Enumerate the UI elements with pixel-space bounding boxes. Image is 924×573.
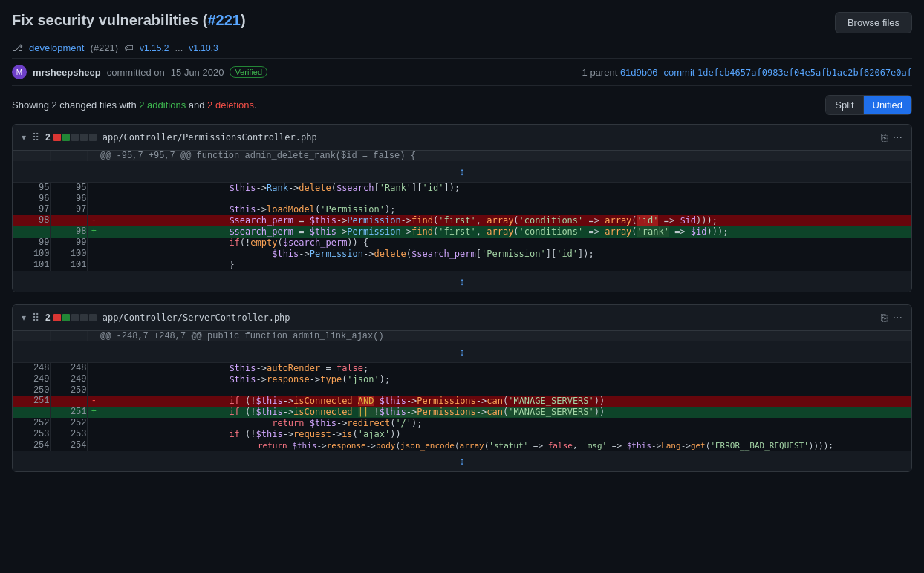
branch-pr-num: (#221) — [90, 42, 118, 53]
commit-date: 15 Jun 2020 — [171, 67, 224, 78]
split-view-button[interactable]: Split — [826, 96, 863, 114]
table-row: 95 95 $this->Rank->delete($search['Rank'… — [13, 183, 911, 194]
gray-sq-1c — [89, 134, 97, 141]
commit-header: Fix security vulnerabilities (#221) Brow… — [12, 12, 912, 33]
file-path-1: app/Controller/PermissionsController.php — [103, 132, 875, 143]
commit-author[interactable]: mrsheepsheep — [33, 67, 101, 78]
hunk-ln-old-1 — [13, 151, 50, 161]
view-toggle: Split Unified — [825, 95, 912, 115]
green-sq-1 — [62, 134, 70, 141]
hunk-code-2: @@ -248,7 +248,7 @@ public function admi… — [100, 331, 911, 341]
copy-icon-1[interactable]: ⎘ — [881, 131, 887, 143]
diff-table-2: @@ -248,7 +248,7 @@ public function admi… — [13, 331, 911, 471]
commit-hash-value: 1defcb4657af0983ef04e5afb1ac2bf62067e0af — [697, 68, 912, 78]
red-sq-2 — [53, 314, 61, 321]
hunk-row-2: @@ -248,7 +248,7 @@ public function admi… — [13, 331, 911, 341]
tag1-link[interactable]: v1.15.2 — [140, 43, 169, 53]
copy-icon-2[interactable]: ⎘ — [881, 312, 887, 324]
gray-sq-2c — [89, 314, 97, 321]
table-row: 100 100 $this->Permission->delete($searc… — [13, 249, 911, 260]
file-changes-1: 2 — [45, 132, 97, 143]
stats-text: Showing 2 changed files with 2 additions… — [12, 99, 257, 111]
table-row: 98 - $search_perm = $this->Permission->f… — [13, 215, 911, 226]
hunk-code-1: @@ -95,7 +95,7 @@ function admin_delete_… — [100, 151, 911, 161]
table-row: 248 248 $this->autoRender = false; — [13, 363, 911, 375]
tag2-link[interactable]: v1.10.3 — [189, 43, 218, 53]
pr-link[interactable]: #221 — [207, 12, 241, 28]
table-row: 97 97 $this->loadModel('Permission'); — [13, 204, 911, 215]
drag-icon-2: ⠿ — [32, 312, 39, 324]
diff-table-1: @@ -95,7 +95,7 @@ function admin_delete_… — [13, 151, 911, 292]
green-sq-2 — [62, 314, 70, 321]
expand-down-icon-2[interactable]: ↕ — [459, 456, 465, 468]
drag-icon-1: ⠿ — [32, 131, 39, 143]
table-row: 96 96 — [13, 194, 911, 204]
expand-down-icon-1[interactable]: ↕ — [459, 276, 465, 288]
branch-link[interactable]: development — [29, 42, 84, 53]
red-sq-1 — [53, 134, 61, 141]
browse-files-button[interactable]: Browse files — [835, 12, 912, 33]
expand-row-bottom-2[interactable]: ↕ — [13, 451, 911, 471]
commit-parent: 1 parent 61d9b06 — [582, 67, 658, 78]
tag-separator: ... — [175, 42, 183, 53]
gray-sq-2a — [71, 314, 79, 321]
table-row: 251 + if (!$this->isConnected || !$this-… — [13, 407, 911, 418]
hunk-row-1: @@ -95,7 +95,7 @@ function admin_delete_… — [13, 151, 911, 161]
stats-bar: Showing 2 changed files with 2 additions… — [12, 95, 912, 115]
diff-block-2: ▾ ⠿ 2 app/Controller/ServerController.ph… — [12, 304, 912, 472]
branch-icon: ⎇ — [12, 42, 23, 53]
more-icon-1[interactable]: ··· — [893, 131, 902, 144]
tag-icon: 🏷 — [124, 42, 134, 53]
expand-row-top-2[interactable]: ↕ — [13, 341, 911, 363]
commit-action: committed on — [107, 67, 165, 78]
more-icon-2[interactable]: ··· — [893, 311, 902, 324]
verified-badge: Verified — [230, 66, 267, 78]
table-row: 101 101 } — [13, 260, 911, 271]
table-row: 252 252 return $this->redirect('/'); — [13, 418, 911, 429]
commit-title: Fix security vulnerabilities (#221) — [12, 12, 246, 29]
table-row: 251 - if (!$this->isConnected AND $this-… — [13, 396, 911, 407]
expand-row-bottom-1[interactable]: ↕ — [13, 271, 911, 292]
file-changes-2: 2 — [45, 312, 97, 323]
table-row: 98 + $search_perm = $this->Permission->f… — [13, 226, 911, 238]
gray-sq-1b — [80, 134, 88, 141]
table-row: 250 250 — [13, 385, 911, 396]
expand-row-top-1[interactable]: ↕ — [13, 161, 911, 183]
collapse-btn-1[interactable]: ▾ — [22, 132, 26, 143]
commit-title-block: Fix security vulnerabilities (#221) — [12, 12, 246, 29]
table-row: 99 99 if(!empty($search_perm)) { — [13, 238, 911, 249]
diff-header-1: ▾ ⠿ 2 app/Controller/PermissionsControll… — [13, 125, 911, 151]
hunk-ln-new-1 — [50, 151, 87, 161]
gray-sq-2b — [80, 314, 88, 321]
file-path-2: app/Controller/ServerController.php — [103, 312, 875, 323]
collapse-btn-2[interactable]: ▾ — [22, 312, 26, 323]
gray-sq-1a — [71, 134, 79, 141]
avatar: M — [12, 65, 27, 79]
table-row: 253 253 if (!$this->request->is('ajax')) — [13, 429, 911, 440]
table-row: 254 254 return $this->response->body(jso… — [13, 440, 911, 451]
parent-hash-link[interactable]: 61d9b06 — [620, 67, 658, 78]
commit-meta: M mrsheepsheep committed on 15 Jun 2020 … — [12, 58, 912, 86]
diff-header-2: ▾ ⠿ 2 app/Controller/ServerController.ph… — [13, 305, 911, 331]
table-row: 249 249 $this->response->type('json'); — [13, 374, 911, 385]
commit-hash: commit 1defcb4657af0983ef04e5afb1ac2bf62… — [664, 67, 913, 78]
branch-info: ⎇ development (#221) 🏷 v1.15.2 ... v1.10… — [12, 42, 912, 53]
changed-files-link[interactable]: 2 changed files — [51, 99, 116, 111]
expand-up-icon-2[interactable]: ↕ — [459, 347, 465, 358]
expand-up-icon-1[interactable]: ↕ — [459, 166, 465, 178]
unified-view-button[interactable]: Unified — [864, 96, 911, 114]
diff-block-1: ▾ ⠿ 2 app/Controller/PermissionsControll… — [12, 124, 912, 292]
